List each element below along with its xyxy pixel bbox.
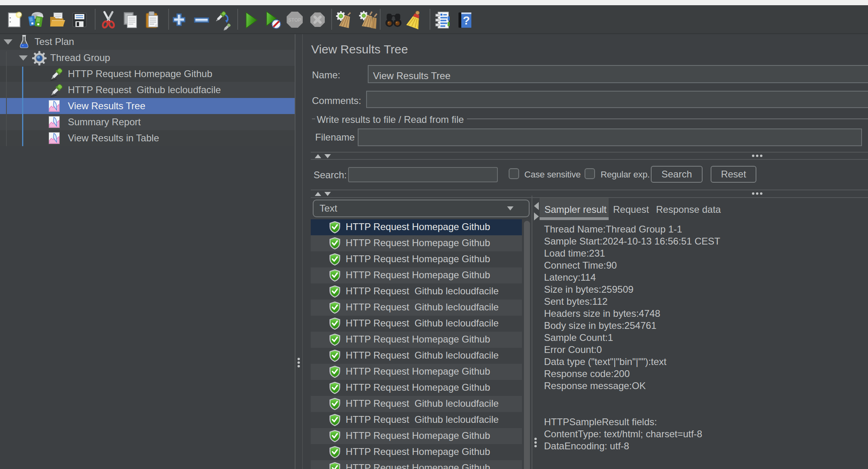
svg-text:STOP: STOP xyxy=(288,17,301,23)
svg-text:?: ? xyxy=(463,14,470,27)
